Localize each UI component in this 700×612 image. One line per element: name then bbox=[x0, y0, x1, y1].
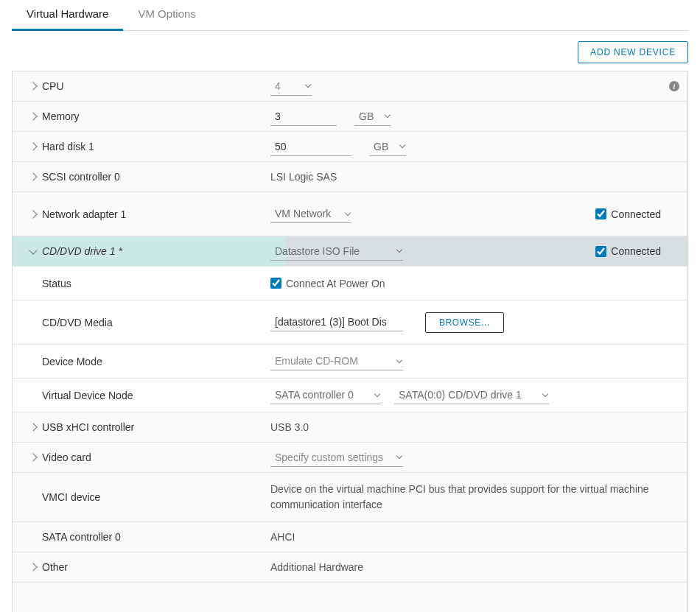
hard-disk-unit-value: GB bbox=[374, 141, 388, 152]
row-other[interactable]: Other Additional Hardware bbox=[13, 552, 687, 583]
chevron-right-icon bbox=[29, 453, 37, 461]
footer-space bbox=[13, 583, 687, 612]
info-icon[interactable]: i bbox=[669, 81, 679, 91]
add-new-device-button[interactable]: ADD NEW DEVICE bbox=[578, 41, 688, 63]
hardware-panel: CPU 4 i Memory GB Hard disk 1 bbox=[12, 71, 688, 612]
cd-device-mode-label: Device Mode bbox=[42, 350, 270, 373]
chevron-down-icon bbox=[345, 209, 351, 215]
video-select[interactable]: Specify custom settings bbox=[270, 449, 403, 467]
row-memory[interactable]: Memory GB bbox=[13, 102, 687, 132]
network-label: Network adapter 1 bbox=[42, 203, 270, 226]
row-cd-status: Status Connect At Power On bbox=[13, 267, 687, 300]
memory-unit-value: GB bbox=[359, 110, 374, 122]
cd-media-input[interactable] bbox=[270, 313, 403, 331]
chevron-right-icon bbox=[29, 210, 37, 218]
chevron-down-icon bbox=[374, 390, 380, 396]
chevron-right-icon bbox=[29, 112, 37, 120]
video-value: Specify custom settings bbox=[275, 451, 383, 463]
chevron-down-icon bbox=[385, 112, 391, 118]
usb-value: USB 3.0 bbox=[270, 421, 687, 433]
scsi-label: SCSI controller 0 bbox=[42, 165, 270, 189]
sata-label: SATA controller 0 bbox=[42, 525, 270, 549]
cpu-value: 4 bbox=[275, 80, 281, 92]
cpu-select[interactable]: 4 bbox=[270, 77, 312, 96]
other-value: Additional Hardware bbox=[270, 561, 687, 573]
row-cpu[interactable]: CPU 4 i bbox=[13, 71, 687, 102]
chevron-down-icon bbox=[396, 453, 402, 459]
cd-media-label: CD/DVD Media bbox=[42, 311, 270, 334]
tab-virtual-hardware[interactable]: Virtual Hardware bbox=[12, 0, 123, 31]
network-connected-checkbox[interactable] bbox=[595, 208, 606, 219]
hard-disk-unit-select[interactable]: GB bbox=[369, 138, 406, 156]
chevron-down-icon bbox=[396, 356, 402, 362]
chevron-right-icon bbox=[29, 82, 37, 90]
network-connected-label: Connected bbox=[611, 208, 661, 220]
cd-connect-power-checkbox[interactable] bbox=[270, 278, 281, 289]
cd-vdn-label: Virtual Device Node bbox=[42, 384, 270, 407]
cd-dvd-label: CD/DVD drive 1 * bbox=[42, 239, 270, 263]
chevron-right-icon bbox=[29, 172, 37, 180]
row-scsi[interactable]: SCSI controller 0 LSI Logic SAS bbox=[13, 162, 687, 192]
tabs: Virtual Hardware VM Options bbox=[12, 0, 688, 31]
cd-device-mode-value: Emulate CD-ROM bbox=[275, 355, 358, 367]
chevron-down-icon bbox=[542, 390, 548, 396]
vmci-value: Device on the virtual machine PCI bus th… bbox=[270, 476, 687, 518]
row-usb[interactable]: USB xHCI controller USB 3.0 bbox=[13, 412, 687, 443]
chevron-down-icon bbox=[29, 246, 37, 254]
vmci-label: VMCI device bbox=[42, 485, 270, 509]
chevron-down-icon bbox=[396, 247, 402, 253]
network-select[interactable]: VM Network bbox=[270, 205, 351, 223]
cd-status-value: Connect At Power On bbox=[286, 278, 385, 289]
hard-disk-label: Hard disk 1 bbox=[42, 135, 270, 158]
browse-button[interactable]: BROWSE... bbox=[425, 312, 504, 333]
sata-value: AHCI bbox=[270, 531, 687, 543]
row-cd-dvd[interactable]: CD/DVD drive 1 * Datastore ISO File Conn… bbox=[13, 236, 687, 267]
cpu-label: CPU bbox=[42, 74, 270, 98]
row-network[interactable]: Network adapter 1 VM Network Connected bbox=[13, 192, 687, 236]
video-label: Video card bbox=[42, 446, 270, 469]
row-cd-media: CD/DVD Media BROWSE... bbox=[13, 300, 687, 345]
cd-dvd-source-value: Datastore ISO File bbox=[275, 245, 360, 257]
cd-vdn-controller-select[interactable]: SATA controller 0 bbox=[270, 386, 381, 404]
tab-vm-options[interactable]: VM Options bbox=[123, 0, 210, 30]
scsi-value: LSI Logic SAS bbox=[270, 171, 687, 183]
cd-vdn-port-value: SATA(0:0) CD/DVD drive 1 bbox=[399, 389, 522, 401]
row-vmci: VMCI device Device on the virtual machin… bbox=[13, 473, 687, 522]
row-hard-disk[interactable]: Hard disk 1 GB bbox=[13, 132, 687, 162]
memory-unit-select[interactable]: GB bbox=[354, 108, 391, 126]
cd-device-mode-select[interactable]: Emulate CD-ROM bbox=[270, 352, 403, 370]
chevron-down-icon bbox=[305, 82, 311, 88]
hard-disk-input[interactable] bbox=[270, 138, 351, 156]
top-actions: ADD NEW DEVICE bbox=[12, 41, 688, 63]
other-label: Other bbox=[42, 555, 270, 579]
row-sata: SATA controller 0 AHCI bbox=[13, 522, 687, 552]
cd-connected-label: Connected bbox=[611, 245, 661, 257]
cd-dvd-source-select[interactable]: Datastore ISO File bbox=[270, 242, 403, 261]
chevron-right-icon bbox=[29, 423, 37, 431]
usb-label: USB xHCI controller bbox=[42, 415, 270, 439]
memory-label: Memory bbox=[42, 105, 270, 128]
row-video[interactable]: Video card Specify custom settings bbox=[13, 443, 687, 473]
chevron-down-icon bbox=[399, 142, 405, 148]
chevron-right-icon bbox=[29, 142, 37, 150]
row-cd-device-mode: Device Mode Emulate CD-ROM bbox=[13, 345, 687, 379]
cd-vdn-port-select[interactable]: SATA(0:0) CD/DVD drive 1 bbox=[394, 386, 549, 404]
memory-input[interactable] bbox=[270, 108, 337, 126]
cd-status-label: Status bbox=[42, 272, 270, 295]
chevron-right-icon bbox=[29, 563, 37, 571]
network-value: VM Network bbox=[275, 208, 331, 219]
cd-connected-checkbox[interactable] bbox=[595, 246, 606, 257]
cd-vdn-controller-value: SATA controller 0 bbox=[275, 389, 354, 401]
row-cd-vdn: Virtual Device Node SATA controller 0 SA… bbox=[13, 379, 687, 412]
